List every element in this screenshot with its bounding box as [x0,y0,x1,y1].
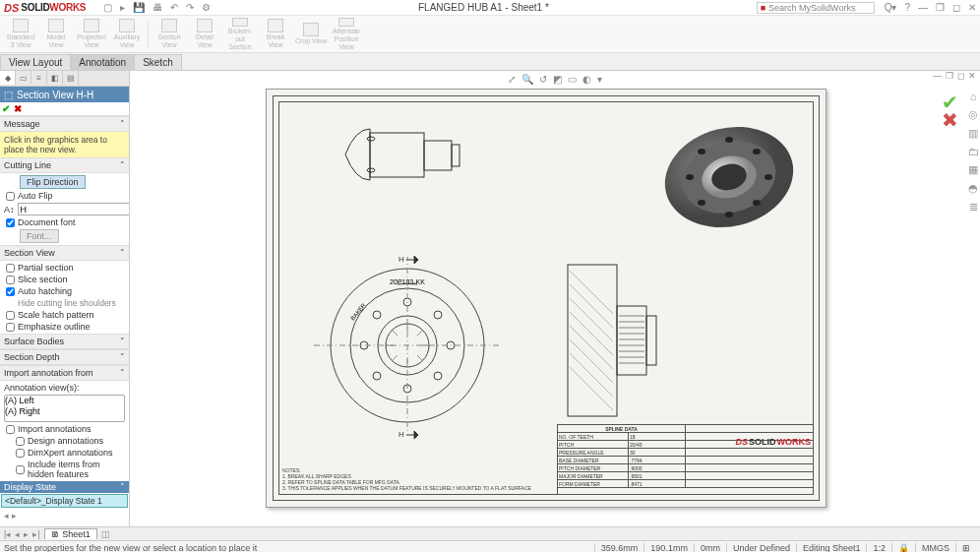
sheet-tab-sheet1[interactable]: 🗎 Sheet1 [44,528,97,539]
view-palette-icon[interactable]: ▦ [968,163,978,176]
import-annotations-check[interactable]: Import annotations [4,424,125,434]
maximize-icon[interactable]: ◻ [952,2,960,13]
hide-show-icon[interactable]: ◐ [582,74,591,85]
save-icon[interactable]: 💾 [133,2,145,13]
auxiliary-view-button[interactable]: Auxiliary View [110,18,144,51]
sheet-nav-prev-icon[interactable]: ◂ [15,529,20,539]
print-icon[interactable]: 🖶 [153,2,162,13]
command-ribbon: Standard 3 View Model View Projected Vie… [0,16,980,53]
scale-hatch-check[interactable]: Scale hatch pattern [4,310,125,320]
include-hidden-check[interactable]: Include items from hidden features [4,460,125,479]
section-depth-header[interactable]: Section Depth˅ [0,349,129,365]
help-dropdown-icon[interactable]: Q▾ [885,2,897,13]
sheet-nav-next-icon[interactable]: ▸ [24,529,29,539]
restore-icon[interactable]: ❐ [936,2,945,13]
document-font-check[interactable]: Document font [4,217,125,227]
annotation-views-select[interactable]: (A) Left (A) Right [4,395,125,422]
feature-tree-tab-icon[interactable]: ◆ [0,71,16,85]
display-state-header[interactable]: Display State˄ [0,481,129,493]
front-view[interactable]: 20P103-KK BAKER [314,257,501,434]
section-view-header[interactable]: Section View˄ [0,245,129,261]
quick-access-toolbar: ▢ ▸ 💾 🖶 ↶ ↷ ⚙ [103,2,211,13]
section-label-input[interactable] [18,203,130,215]
titleblock-logo: DSSOLIDWORKS [735,437,811,447]
cutting-line-header[interactable]: Cutting Line˄ [0,157,129,173]
add-sheet-icon[interactable]: ◫ [101,529,110,539]
zoom-area-icon[interactable]: 🔍 [521,74,533,85]
alternate-position-view-button[interactable]: Alternate Position View [330,18,363,51]
open-icon[interactable]: ▸ [120,2,125,13]
feature-manager-tabs: ◆ ▭ ≡ ◧ ▤ [0,71,129,87]
svg-rect-1 [424,141,452,170]
svg-line-37 [570,339,613,383]
property-tab-icon[interactable]: ▭ [16,71,31,85]
design-library-icon[interactable]: ▥ [968,127,978,140]
projected-view-button[interactable]: Projected View [75,18,108,51]
resources-icon[interactable]: ◎ [968,108,978,121]
appearances-icon[interactable]: ◓ [968,182,978,195]
sheet-nav-first-icon[interactable]: |◂ [4,529,11,539]
dimxpert-annotations-check[interactable]: DimXpert annotations [4,448,125,458]
new-icon[interactable]: ▢ [103,2,112,13]
prev-view-icon[interactable]: ↺ [539,74,547,85]
close-icon[interactable]: ✕ [968,2,976,13]
doc-max-icon[interactable]: ◻ [957,71,964,81]
pm-title: ⬚ Section View H-H [0,87,129,102]
crop-view-button[interactable]: Crop View [294,18,328,51]
side-view[interactable] [326,115,483,194]
display-tab-icon[interactable]: ▤ [63,71,79,85]
options-icon[interactable]: ⚙ [202,2,211,13]
help-icon[interactable]: ? [904,2,910,13]
model-view-button[interactable]: Model View [39,18,73,51]
section-view[interactable] [560,257,678,424]
surface-bodies-header[interactable]: Surface Bodies˅ [0,334,129,349]
svg-point-55 [765,174,772,180]
display-state-value[interactable]: <Default>_Display State 1 [1,494,128,508]
expand-icon: ˅ [120,337,125,346]
minimize-icon[interactable]: — [918,2,928,13]
broken-out-section-button[interactable]: Broken-out Section [223,18,257,51]
doc-restore-icon[interactable]: ❐ [946,71,953,81]
tab-sketch[interactable]: Sketch [134,54,182,70]
auto-flip-check[interactable]: Auto Flip [4,191,125,201]
partial-section-check[interactable]: Partial section [4,263,125,273]
standard-3view-button[interactable]: Standard 3 View [4,18,37,51]
section-label-input-row: A↕ [4,203,125,215]
display-style-icon[interactable]: ▭ [568,74,577,85]
doc-min-icon[interactable]: — [933,71,942,81]
design-annotations-check[interactable]: Design annotations [4,436,125,446]
home-icon[interactable]: ⌂ [970,91,977,102]
file-explorer-icon[interactable]: 🗀 [968,146,979,157]
sheet-nav-last-icon[interactable]: ▸| [32,529,39,539]
confirm-cancel-icon[interactable]: ✖ [942,108,958,132]
tab-annotation[interactable]: Annotation [70,54,135,70]
ok-icon[interactable]: ✔ [2,103,10,114]
graphics-area[interactable]: ⤢ 🔍 ↺ ◩ ▭ ◐ ▾ — ❐ ◻ ✕ ✔ ✖ ⌂ ◎ ▥ 🗀 ▦ ◓ ≣ [130,71,980,526]
slice-section-check[interactable]: Slice section [4,275,125,284]
detail-view-button[interactable]: Detail View [188,18,221,51]
tab-view-layout[interactable]: View Layout [0,54,71,70]
custom-props-icon[interactable]: ≣ [969,201,978,214]
redo-icon[interactable]: ↷ [186,2,194,13]
cancel-icon[interactable]: ✖ [14,103,22,114]
message-header[interactable]: Message˄ [0,116,129,132]
auto-hatching-check[interactable]: Auto hatching [4,286,125,296]
break-view-button[interactable]: Break View [259,18,292,51]
doc-close-icon[interactable]: ✕ [968,71,976,81]
undo-icon[interactable]: ↶ [170,2,178,13]
status-misc-icon[interactable]: ⊞ [955,543,976,553]
status-lock-icon[interactable]: 🔒 [891,543,915,553]
section-view-button[interactable]: Section View [153,18,186,51]
drawing-sheet[interactable]: 20P103-KK BAKER H H [266,89,827,508]
font-button[interactable]: Font... [20,229,59,243]
search-mysolidworks[interactable]: ■ Search MySolidWorks [757,2,875,14]
flip-direction-button[interactable]: Flip Direction [20,175,86,189]
status-units[interactable]: MMGS [915,543,955,553]
dimxpert-tab-icon[interactable]: ◧ [47,71,63,85]
more-icon[interactable]: ▾ [597,74,602,85]
section-icon[interactable]: ◩ [553,74,562,85]
zoom-fit-icon[interactable]: ⤢ [508,74,516,85]
emphasize-check[interactable]: Emphasize outline [4,322,125,332]
config-tab-icon[interactable]: ≡ [31,71,47,85]
import-annotation-header[interactable]: Import annotation from˄ [0,365,129,381]
